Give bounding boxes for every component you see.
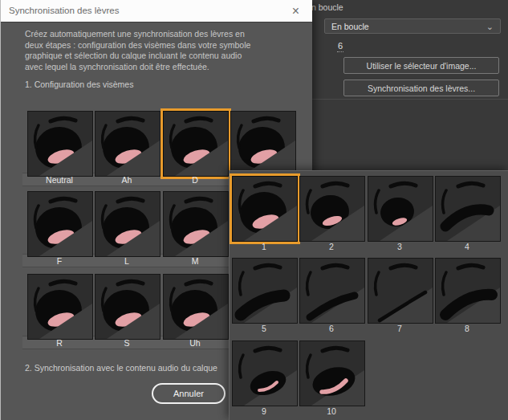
dialog-description: Créez automatiquement une synchronisatio… <box>25 29 294 72</box>
open-med-mouth-icon <box>300 177 364 241</box>
viseme-label: F <box>27 256 91 266</box>
viseme-thumbnail[interactable] <box>95 111 161 177</box>
frame-picker-panel: 12345678910 <box>229 170 508 420</box>
frame-thumbnail[interactable] <box>368 258 433 324</box>
closed-bold-mouth-icon <box>436 259 500 323</box>
open-big-mouth-icon <box>28 112 92 176</box>
viseme-thumbnail[interactable] <box>163 111 229 177</box>
viseme-thumbnail[interactable] <box>95 274 161 340</box>
frame-number-label: 9 <box>232 406 296 416</box>
open-big-mouth-icon <box>28 192 92 256</box>
viseme-thumbnail[interactable] <box>163 191 229 257</box>
loop-mode-dropdown-value: En boucle <box>331 22 369 31</box>
frame-thumbnail[interactable] <box>435 176 501 242</box>
viseme-label: R <box>27 338 91 348</box>
viseme-thumbnail[interactable] <box>27 274 93 340</box>
loop-mode-dropdown[interactable]: En boucle ⌄ <box>324 18 501 34</box>
frame-thumbnail[interactable] <box>232 340 298 406</box>
step1-label: 1. Configuration des visèmes <box>25 80 133 89</box>
chevron-down-icon: ⌄ <box>486 22 494 31</box>
viseme-label: Neutral <box>27 175 91 185</box>
closed-thin-mouth-icon <box>300 259 364 323</box>
grin-large-mouth-icon <box>300 341 364 406</box>
viseme-label: L <box>95 256 159 266</box>
open-big-mouth-icon <box>96 192 160 256</box>
open-big-mouth-icon <box>231 112 295 176</box>
viseme-thumbnail[interactable] <box>230 111 296 177</box>
animate-workspace: En boucle En boucle ⌄ 6 Utiliser le séle… <box>0 0 508 420</box>
open-big-mouth-icon <box>96 275 160 339</box>
frame-number-label: 6 <box>299 324 364 333</box>
frame-number-label: 1 <box>232 242 296 251</box>
viseme-thumbnail[interactable] <box>27 191 93 257</box>
grin-small-mouth-icon <box>233 341 297 406</box>
frame-thumbnail[interactable] <box>299 340 365 406</box>
frame-number-label: 7 <box>368 324 432 333</box>
open-big-mouth-icon <box>164 112 228 176</box>
dialog-title: Synchronisation des lèvres <box>9 6 119 15</box>
open-big-mouth-icon <box>28 275 92 339</box>
viseme-thumbnail[interactable] <box>95 191 161 257</box>
viseme-label: M <box>163 256 227 266</box>
frame-thumbnail[interactable] <box>435 258 501 324</box>
closed-thick-mouth-icon <box>233 259 297 323</box>
frame-thumbnail[interactable] <box>368 176 433 242</box>
frame-number-label: 3 <box>368 242 432 251</box>
frame-thumbnail[interactable] <box>232 176 298 242</box>
panel-divider <box>311 99 508 100</box>
closed-wide-mouth-icon <box>436 177 500 241</box>
use-frame-picker-button[interactable]: Utiliser le sélecteur d'image... <box>343 57 499 74</box>
frame-thumbnail[interactable] <box>299 258 365 324</box>
open-big-mouth-icon <box>164 192 228 256</box>
closed-line-mouth-icon <box>368 259 433 323</box>
viseme-label: D <box>163 175 227 185</box>
frame-thumbnail[interactable] <box>299 176 365 242</box>
frame-number-label: 4 <box>435 242 499 251</box>
viseme-thumbnail[interactable] <box>163 274 229 340</box>
open-big-mouth-icon <box>96 112 160 176</box>
frame-thumbnail[interactable] <box>232 258 298 324</box>
viseme-label: S <box>95 338 159 348</box>
dialog-titlebar[interactable]: Synchronisation des lèvres × <box>1 0 312 22</box>
step2-label: 2. Synchronisation avec le contenu audio… <box>25 363 217 373</box>
viseme-label: Uh <box>163 338 227 348</box>
frame-number-label: 5 <box>232 324 296 333</box>
open-big-mouth-icon <box>164 275 228 339</box>
viseme-thumbnail[interactable] <box>27 111 93 177</box>
viseme-label: Ah <box>95 175 159 185</box>
cancel-button[interactable]: Annuler <box>152 383 226 404</box>
open-big-mouth-icon <box>233 177 297 241</box>
frame-number-label: 10 <box>299 406 364 416</box>
lip-syncing-button[interactable]: Synchronisation des lèvres... <box>343 80 499 96</box>
close-icon[interactable]: × <box>292 3 299 19</box>
frame-number-label: 8 <box>435 324 499 333</box>
frame-number-hot-text[interactable]: 6 <box>337 41 343 52</box>
open-small-mouth-icon <box>368 177 433 241</box>
frame-number-label: 2 <box>299 242 364 251</box>
